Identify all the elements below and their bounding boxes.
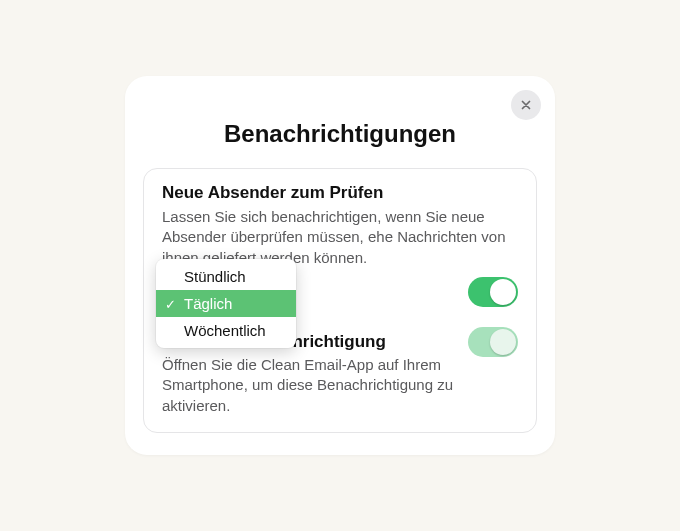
dropdown-option-daily[interactable]: ✓ Täglich [156,290,296,317]
email-toggle[interactable] [468,277,518,307]
push-description: Öffnen Sie die Clean Email-App auf Ihrem… [162,355,518,416]
dropdown-option-hourly[interactable]: Stündlich [156,263,296,290]
modal-title: Benachrichtigungen [143,120,537,148]
push-toggle[interactable] [468,327,518,357]
toggle-knob [490,329,516,355]
dropdown-option-weekly[interactable]: Wöchentlich [156,317,296,344]
frequency-dropdown[interactable]: Stündlich ✓ Täglich Wöchentlich [156,259,296,348]
notifications-modal: Benachrichtigungen Neue Absender zum Prü… [125,76,555,455]
settings-panel: Neue Absender zum Prüfen Lassen Sie sich… [143,168,537,433]
section-title: Neue Absender zum Prüfen [162,183,518,203]
toggle-knob [490,279,516,305]
close-icon [519,98,533,112]
section-description: Lassen Sie sich benachrichtigen, wenn Si… [162,207,518,267]
close-button[interactable] [511,90,541,120]
check-icon: ✓ [165,296,176,311]
